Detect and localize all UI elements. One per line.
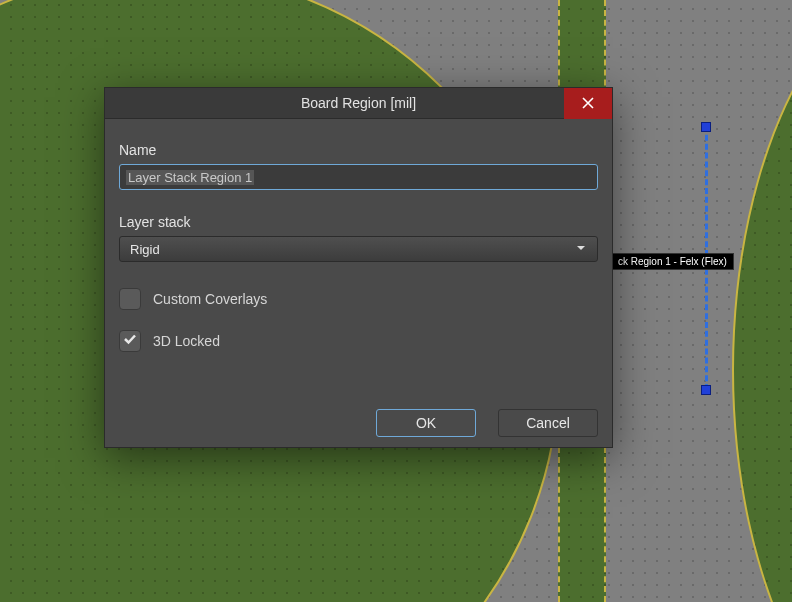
cancel-button[interactable]: Cancel	[498, 409, 598, 437]
locked-3d-checkbox[interactable]	[119, 330, 141, 352]
drag-handle[interactable]	[701, 385, 711, 395]
layer-stack-value: Rigid	[130, 242, 160, 257]
name-label: Name	[119, 142, 598, 158]
selection-edge[interactable]	[705, 126, 729, 256]
custom-coverlays-checkbox[interactable]	[119, 288, 141, 310]
ok-button[interactable]: OK	[376, 409, 476, 437]
selection-edge[interactable]	[705, 260, 729, 390]
layer-stack-label: Layer stack	[119, 214, 598, 230]
board-region-dialog: Board Region [mil] Name Layer Stack Regi…	[104, 87, 613, 448]
close-button[interactable]	[564, 88, 612, 119]
dialog-title: Board Region [mil]	[301, 95, 416, 111]
dialog-content: Name Layer Stack Region 1 Layer stack Ri…	[119, 142, 598, 391]
layer-stack-dropdown[interactable]: Rigid	[119, 236, 598, 262]
chevron-down-icon	[575, 242, 587, 257]
close-icon	[582, 95, 594, 113]
region-tooltip: ck Region 1 - Felx (Flex)	[611, 253, 734, 270]
name-input[interactable]: Layer Stack Region 1	[119, 164, 598, 190]
board-region-right	[732, 0, 792, 602]
dialog-footer: OK Cancel	[105, 399, 612, 447]
drag-handle[interactable]	[701, 122, 711, 132]
name-input-value: Layer Stack Region 1	[126, 170, 254, 185]
dialog-titlebar[interactable]: Board Region [mil]	[105, 88, 612, 119]
locked-3d-label: 3D Locked	[153, 333, 220, 349]
check-icon	[123, 332, 137, 350]
custom-coverlays-label: Custom Coverlays	[153, 291, 267, 307]
